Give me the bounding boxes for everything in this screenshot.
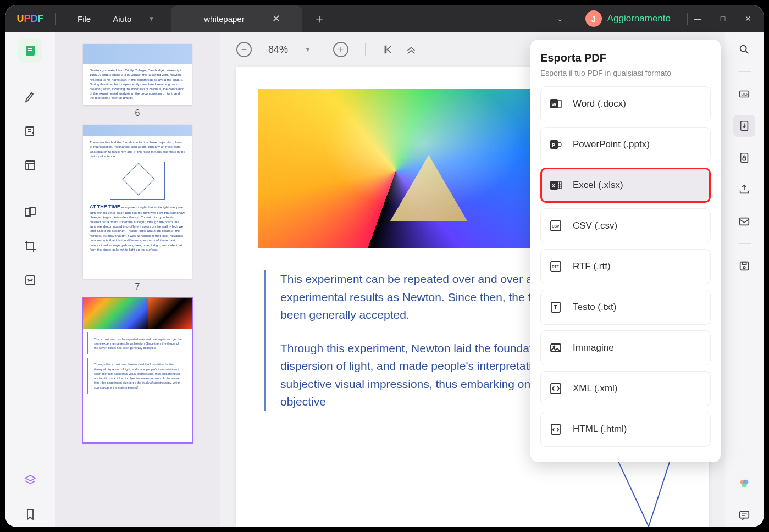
powerpoint-icon: P (549, 137, 563, 152)
export-option-word[interactable]: W Word (.docx) (540, 86, 711, 121)
export-option-text[interactable]: T Testo (.txt) (540, 290, 711, 325)
menu-file[interactable]: File (78, 14, 91, 24)
save-tool[interactable] (733, 255, 755, 277)
svg-rect-2 (26, 161, 35, 170)
page-first-icon[interactable] (382, 43, 394, 56)
csv-icon: CSV (549, 219, 563, 233)
left-toolbar (5, 32, 55, 527)
svg-text:RTF: RTF (552, 265, 559, 269)
titlebar: UPDF File Aiuto ▼ whitepaper ✕ ＋ ⌄ J Agg… (5, 5, 764, 32)
xml-icon (549, 381, 563, 396)
zoom-level[interactable]: 84% (268, 44, 288, 56)
html-icon (549, 422, 563, 436)
window-close-button[interactable]: ✕ (744, 14, 753, 23)
share-tool[interactable] (733, 179, 755, 201)
app-logo: UPDF (5, 13, 55, 25)
excel-icon: X (549, 178, 563, 192)
text-icon: T (549, 300, 563, 314)
thumbnail-panel: Newton graduated from Trinity College, C… (55, 32, 220, 527)
protect-tool[interactable] (733, 147, 755, 169)
window-minimize-button[interactable]: — (693, 14, 702, 23)
export-option-html[interactable]: HTML (.html) (540, 412, 711, 447)
svg-rect-11 (743, 158, 746, 160)
svg-rect-19 (740, 512, 749, 518)
menu-dropdown-icon[interactable]: ▼ (148, 15, 154, 23)
edit-text-tool[interactable] (18, 119, 42, 143)
thumbnail-page-8[interactable]: This experiment can be repeated over and… (83, 298, 192, 442)
tab-close-icon[interactable]: ✕ (272, 13, 280, 25)
ai-tool[interactable] (733, 473, 755, 495)
svg-rect-12 (740, 218, 749, 225)
thumbnail-page-7[interactable]: These studies laid the foundation for th… (83, 125, 192, 279)
window-maximize-button[interactable]: □ (718, 14, 727, 23)
svg-text:P: P (552, 142, 555, 148)
layers-tool[interactable] (18, 468, 42, 492)
export-option-image[interactable]: Immagine (540, 330, 711, 365)
svg-point-6 (740, 46, 746, 52)
export-title: Esporta PDF (540, 52, 711, 64)
zoom-dropdown-icon[interactable]: ▼ (305, 46, 311, 53)
zoom-in-button[interactable]: + (333, 42, 348, 57)
redact-tool[interactable] (18, 268, 42, 292)
page-layout-tool[interactable] (18, 153, 42, 178)
comment-tool[interactable] (733, 505, 755, 527)
svg-rect-14 (742, 262, 746, 265)
update-label[interactable]: Aggiornamento (607, 13, 671, 24)
svg-text:X: X (552, 183, 555, 189)
export-option-csv[interactable]: CSV CSV (.csv) (540, 208, 711, 243)
bookmark-tool[interactable] (18, 502, 42, 527)
organize-pages-tool[interactable] (18, 200, 42, 224)
zoom-out-button[interactable]: − (236, 42, 252, 57)
svg-rect-38 (551, 424, 560, 434)
new-tab-button[interactable]: ＋ (313, 10, 325, 27)
ocr-tool[interactable]: OCR (733, 83, 755, 105)
thumbnail-page-6[interactable]: Newton graduated from Trinity College, C… (83, 44, 192, 105)
svg-point-15 (743, 267, 745, 269)
svg-point-18 (742, 483, 746, 487)
tabs-chevron-icon[interactable]: ⌄ (557, 14, 563, 23)
image-icon (549, 341, 563, 355)
export-panel: Esporta PDF Esporta il tuo PDF in qualsi… (530, 40, 721, 462)
word-icon: W (549, 97, 563, 111)
page-number-7: 7 (77, 282, 198, 292)
email-tool[interactable] (733, 210, 755, 232)
right-toolbar: OCR (725, 32, 764, 527)
highlight-tool[interactable] (18, 85, 42, 109)
export-option-powerpoint[interactable]: P PowerPoint (.pptx) (540, 127, 711, 162)
svg-text:W: W (552, 102, 557, 107)
page-number-6: 6 (77, 108, 198, 118)
search-tool[interactable] (733, 38, 755, 60)
export-tool[interactable] (733, 115, 755, 137)
page-up-icon[interactable] (405, 43, 417, 56)
export-option-rtf[interactable]: RTF RTF (.rtf) (540, 249, 711, 284)
svg-text:OCR: OCR (742, 92, 750, 96)
crop-tool[interactable] (18, 234, 42, 258)
user-avatar[interactable]: J (585, 10, 602, 27)
export-option-xml[interactable]: XML (.xml) (540, 371, 711, 406)
svg-rect-22 (557, 101, 561, 107)
reader-tool[interactable] (18, 38, 42, 63)
document-tab[interactable]: whitepaper ✕ (171, 5, 302, 32)
export-subtitle: Esporta il tuo PDF in qualsiasi formato (540, 69, 711, 77)
svg-text:T: T (554, 304, 557, 311)
svg-text:CSV: CSV (552, 224, 560, 228)
export-option-excel[interactable]: X Excel (.xlsx) (540, 168, 711, 203)
menu-help[interactable]: Aiuto (113, 14, 131, 24)
tab-title: whitepaper (204, 14, 244, 24)
rtf-icon: RTF (549, 259, 563, 274)
